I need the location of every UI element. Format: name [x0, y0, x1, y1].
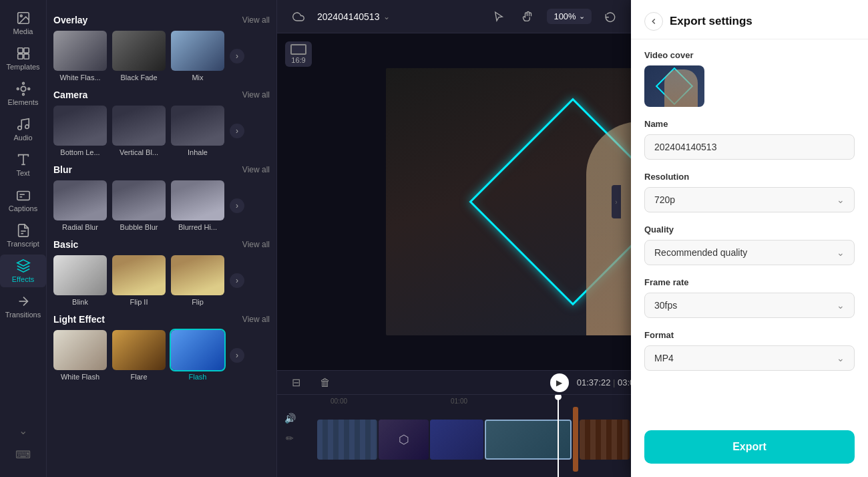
video-cover-thumbnail[interactable] [644, 65, 704, 107]
svg-point-11 [17, 126, 21, 130]
blur-effects-row: Radial Blur Bubble Blur Blurred Hi... › [53, 180, 270, 231]
effect-mix[interactable]: Mix [171, 31, 224, 82]
align-btn[interactable]: ⊟ [285, 372, 306, 393]
blur-view-all[interactable]: View all [242, 165, 270, 174]
clip-5[interactable] [580, 420, 630, 460]
aspect-ratio-badge[interactable]: 16:9 [285, 41, 312, 67]
effect-white-flash-le[interactable]: White Flash [53, 330, 107, 381]
camera-carousel-next[interactable]: › [230, 124, 244, 138]
sidebar-bottom: ⌄ ⌨ [13, 420, 34, 470]
effect-black-fade-label: Black Fade [112, 73, 166, 82]
export-back-button[interactable] [644, 12, 663, 31]
basic-carousel-next[interactable]: › [230, 273, 244, 288]
frame-rate-section: Frame rate 30fps ⌄ [644, 277, 855, 318]
svg-rect-3 [23, 48, 28, 53]
resolution-select[interactable]: 720p ⌄ [644, 187, 855, 212]
overlay-view-all[interactable]: View all [242, 15, 270, 25]
cloud-icon [292, 11, 304, 23]
camera-section-header: Camera View all [53, 90, 270, 100]
sidebar-item-captions[interactable]: Captions [0, 184, 46, 216]
effect-black-fade[interactable]: Black Fade [112, 31, 166, 82]
elements-icon [16, 82, 31, 96]
blur-carousel-next[interactable]: › [230, 198, 244, 213]
project-name[interactable]: 202404140513 ⌄ [317, 11, 390, 22]
effect-vertical-bl[interactable]: Vertical Bl... [112, 106, 166, 156]
sidebar-item-transcript[interactable]: Transcript [0, 219, 46, 252]
camera-view-all[interactable]: View all [242, 90, 270, 100]
sidebar-item-effects[interactable]: Effects [0, 255, 46, 287]
effect-vertical-bl-label: Vertical Bl... [112, 148, 166, 156]
play-button[interactable]: ▶ [550, 373, 569, 392]
effect-flip-ii[interactable]: Flip II [112, 255, 166, 306]
name-label: Name [644, 119, 855, 129]
effect-flare[interactable]: Flare [112, 330, 166, 381]
effect-flash[interactable]: Flash [171, 330, 224, 381]
frame-rate-label: Frame rate [644, 277, 855, 287]
effect-mix-thumb [171, 31, 224, 71]
hand-tool-btn[interactable] [517, 6, 539, 27]
cursor-tool-btn[interactable] [488, 6, 509, 27]
quality-select[interactable]: Recommended quality ⌄ [644, 240, 855, 265]
effect-blink[interactable]: Blink [53, 255, 107, 306]
playhead-needle[interactable] [558, 395, 559, 477]
effect-blurred-hi-label: Blurred Hi... [171, 223, 224, 231]
effect-radial-blur-label: Radial Blur [53, 223, 107, 231]
sidebar-item-media[interactable]: Media [0, 7, 46, 39]
effect-radial-blur[interactable]: Radial Blur [53, 180, 107, 231]
effect-white-flash[interactable]: White Flas... [53, 31, 107, 82]
effect-inhale-thumb [171, 106, 224, 146]
effect-inhale[interactable]: Inhale [171, 106, 224, 156]
basic-view-all[interactable]: View all [242, 240, 270, 249]
frame-rate-select[interactable]: 30fps ⌄ [644, 293, 855, 318]
volume-btn[interactable]: 🔊 [282, 411, 297, 426]
svg-point-10 [27, 88, 29, 90]
export-panel-body: Video cover Name Resolution 720p ⌄ Quali… [631, 39, 868, 428]
format-select[interactable]: MP4 ⌄ [644, 345, 855, 371]
effect-flare-thumb [112, 330, 166, 370]
effect-flip[interactable]: Flip [171, 255, 224, 306]
clip-1[interactable] [317, 420, 377, 460]
effect-bubble-blur[interactable]: Bubble Blur [112, 180, 166, 231]
clip-3[interactable] [430, 420, 483, 460]
overlay-carousel-next[interactable]: › [230, 49, 244, 63]
effect-flash-label: Flash [171, 373, 224, 381]
blur-section-header: Blur View all [53, 164, 270, 175]
export-action-button[interactable]: Export [644, 430, 855, 464]
effect-white-flash-le-label: White Flash [53, 373, 107, 381]
effect-flip-ii-label: Flip II [112, 298, 166, 306]
light-effect-view-all[interactable]: View all [242, 315, 270, 324]
delete-clip-btn[interactable]: 🗑 [314, 372, 336, 393]
sidebar-item-templates[interactable]: Templates [0, 42, 46, 75]
svg-rect-2 [17, 48, 22, 53]
chevron-down-icon: ⌄ [383, 12, 390, 21]
panel-collapse-handle[interactable]: › [612, 185, 621, 218]
chevron-left-icon [649, 17, 658, 26]
video-cover-section: Video cover [644, 50, 855, 107]
edit-clip-btn[interactable]: ✏ [282, 431, 297, 446]
sidebar-item-transitions[interactable]: Transitions [0, 290, 46, 323]
sidebar-item-elements[interactable]: Elements [0, 77, 46, 110]
undo-icon [604, 11, 616, 23]
clip-2[interactable]: ⬡ [379, 420, 429, 460]
svg-point-9 [17, 88, 19, 90]
aspect-ratio-icon [290, 44, 306, 55]
transcript-icon [16, 223, 31, 238]
zoom-selector[interactable]: 100% ⌄ [547, 9, 591, 24]
name-input[interactable] [644, 134, 855, 160]
effect-blurred-hi[interactable]: Blurred Hi... [171, 180, 224, 231]
overlay-section-header: Overlay View all [53, 15, 270, 25]
light-effect-carousel-next[interactable]: › [230, 348, 244, 363]
svg-point-8 [22, 94, 24, 96]
undo-btn[interactable] [600, 6, 621, 27]
keyboard-shortcuts-btn[interactable]: ⌨ [13, 444, 34, 465]
cloud-save-btn[interactable] [288, 6, 309, 27]
sidebar-item-text[interactable]: Text [0, 148, 46, 181]
effect-flip-ii-thumb [112, 255, 166, 295]
effect-bottom-le[interactable]: Bottom Le... [53, 106, 107, 156]
sidebar-item-audio[interactable]: Audio [0, 113, 46, 146]
audio-icon [16, 117, 31, 132]
collapse-sidebar-btn[interactable]: ⌄ [13, 420, 34, 441]
light-effect-section-title: Light Effect [53, 314, 105, 325]
light-effect-effects-row: White Flash Flare Flash › [53, 330, 270, 381]
basic-section-header: Basic View all [53, 239, 270, 250]
